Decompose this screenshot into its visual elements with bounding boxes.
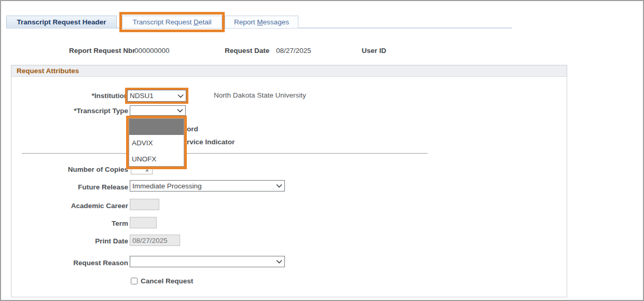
- request-reason-label: Request Reason: [22, 259, 128, 267]
- institution-select-value: NDSU1: [130, 92, 154, 100]
- transcript-type-option-advix[interactable]: ADVIX: [129, 135, 184, 151]
- cancel-request-label: Cancel Request: [141, 277, 193, 285]
- institution-description: North Dakota State University: [214, 91, 306, 99]
- chevron-down-icon: [177, 108, 183, 113]
- tab-transcript-request-header[interactable]: Transcript Request Header: [6, 16, 117, 28]
- tab-report-messages[interactable]: Report Messages: [225, 16, 298, 28]
- user-id-label: User ID: [362, 47, 386, 54]
- print-date-label: Print Date: [22, 237, 128, 245]
- chevron-down-icon: [177, 94, 184, 98]
- institution-select[interactable]: NDSU1: [127, 90, 186, 102]
- term-label: Term: [22, 220, 128, 227]
- chevron-down-icon: [276, 184, 282, 188]
- request-date-label: Request Date: [225, 47, 269, 54]
- request-date-value: 08/27/2025: [276, 47, 311, 54]
- groupbox-header: Request Attributes: [11, 65, 567, 77]
- occluded-label-fragment: ord: [187, 125, 198, 133]
- groupbox-title: Request Attributes: [17, 67, 79, 75]
- request-reason-select[interactable]: [130, 256, 285, 267]
- cancel-request-checkbox[interactable]: [131, 278, 138, 284]
- transcript-type-select[interactable]: [130, 105, 186, 116]
- future-release-select[interactable]: Immediate Processing: [130, 180, 285, 191]
- transcript-type-option-unofx[interactable]: UNOFX: [129, 151, 184, 167]
- number-of-copies-label: Number of Copies: [22, 166, 128, 173]
- future-release-label: Future Release: [22, 183, 128, 191]
- tab-label: Report Messages: [234, 18, 289, 26]
- tab-label: Transcript Request Detail: [133, 18, 212, 26]
- report-request-nbr-label: Report Request Nbr: [69, 47, 135, 54]
- academic-career-label: Academic Career: [22, 202, 128, 210]
- tab-transcript-request-detail[interactable]: Transcript Request Detail: [122, 16, 222, 28]
- section-divider: [22, 153, 428, 154]
- institution-label: *Institution: [22, 92, 128, 100]
- occluded-label-fragment: rvice Indicator: [187, 138, 235, 146]
- academic-career-input: [130, 199, 159, 210]
- report-request-nbr-value: 000000000: [134, 47, 170, 54]
- term-input: [130, 217, 157, 228]
- print-date-input: [130, 235, 180, 246]
- transcript-type-label: *Transcript Type: [22, 107, 128, 115]
- transcript-request-page: Transcript Request Header Transcript Req…: [0, 0, 644, 301]
- tab-label: Transcript Request Header: [17, 18, 106, 26]
- transcript-type-option-list: ADVIX UNOFX: [129, 118, 184, 167]
- future-release-select-value: Immediate Processing: [132, 182, 202, 190]
- chevron-down-icon: [276, 259, 282, 264]
- transcript-type-option-blank[interactable]: [129, 119, 184, 135]
